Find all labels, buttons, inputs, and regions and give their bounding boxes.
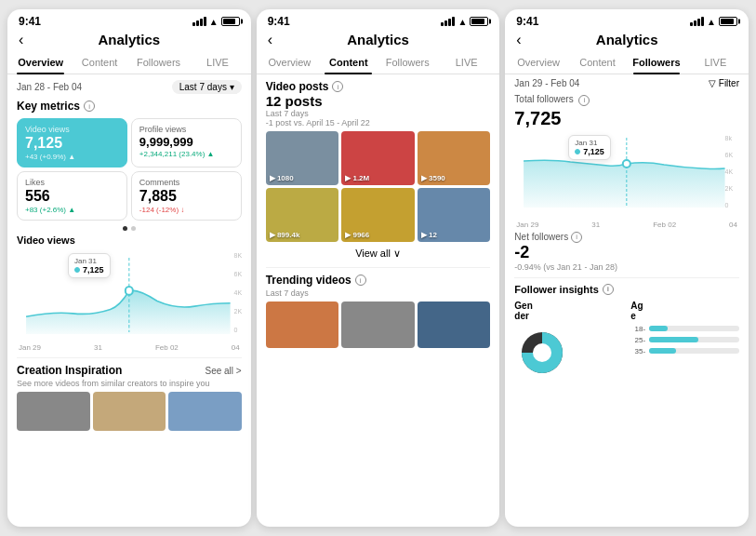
- tab-followers-3[interactable]: Followers: [627, 51, 685, 74]
- net-followers-label: Net followers i: [514, 232, 739, 243]
- see-all-btn[interactable]: See all >: [205, 366, 241, 376]
- video-thumb-2[interactable]: ▶ 1.2M: [341, 131, 415, 185]
- tab-live-3[interactable]: LIVE: [686, 51, 745, 74]
- info-icon-5: i: [571, 232, 582, 243]
- creation-section: Creation Inspiration See all > See more …: [17, 357, 242, 431]
- status-time-1: 9:41: [19, 15, 41, 28]
- header-title-2: Analytics: [347, 32, 409, 47]
- thumb-1: [17, 392, 90, 431]
- svg-text:0: 0: [234, 326, 238, 334]
- trending-subtitle: Last 7 days: [266, 288, 491, 298]
- metric-change-1: +43 (+0.9%) ▲: [25, 153, 119, 161]
- video-thumb-1[interactable]: ▶ 1080: [266, 131, 339, 185]
- age-label-35: 35-: [630, 347, 645, 355]
- metric-value-4: 7,885: [139, 189, 233, 204]
- thumb-2: [93, 392, 166, 431]
- signal-icon-2: [441, 17, 455, 26]
- date-filter-row-1: Jan 28 - Feb 04 Last 7 days ▾: [17, 80, 242, 94]
- back-button-2[interactable]: ‹: [268, 32, 272, 48]
- fx-label-31: 31: [591, 221, 600, 229]
- status-time-2: 9:41: [268, 15, 290, 28]
- view-all-button[interactable]: View all ∨: [266, 248, 491, 260]
- trending-title: Trending videos: [266, 274, 351, 287]
- svg-text:8K: 8K: [234, 251, 242, 260]
- age-label-18: 18-: [630, 325, 645, 333]
- fx-label-jan29: Jan 29: [516, 221, 538, 229]
- video-thumb-6[interactable]: ▶ 12: [418, 188, 491, 242]
- filter-label-3: Filter: [719, 78, 739, 88]
- info-icon-6: i: [603, 284, 614, 295]
- trending-thumb-1[interactable]: [266, 302, 339, 348]
- age-col: Ag e 18- 25-: [630, 301, 739, 381]
- nav-tabs-2: Overview Content Followers LIVE: [257, 51, 500, 74]
- tab-followers-2[interactable]: Followers: [378, 51, 437, 74]
- screen-followers: 9:41 ▲ ‹ Analytics Overview Con: [505, 9, 749, 527]
- video-views-5: ▶ 9966: [345, 231, 369, 239]
- date-range-1: Jan 28 - Feb 04: [17, 82, 82, 92]
- tab-followers-1[interactable]: Followers: [129, 51, 188, 74]
- metric-profile-views: Profile views 9,999,999 +2,344,211 (23.4…: [131, 118, 242, 168]
- filter-button-1[interactable]: Last 7 days ▾: [172, 80, 242, 94]
- follower-insights-section: Follower insights i Gen der: [514, 277, 739, 381]
- svg-text:2K: 2K: [725, 185, 734, 192]
- trending-grid: [266, 302, 491, 348]
- video-thumb-4[interactable]: ▶ 899.4k: [266, 188, 339, 242]
- tooltip-date-1: Jan 31: [74, 257, 104, 265]
- video-posts-header: Video posts i 12 posts Last 7 days -1 po…: [266, 80, 491, 127]
- gender-label: Gen der: [514, 301, 623, 321]
- video-views-6: ▶ 12: [421, 231, 437, 239]
- followers-date-row: Jan 29 - Feb 04 ▽ Filter: [505, 74, 749, 92]
- trending-thumb-2[interactable]: [341, 302, 415, 348]
- followers-tooltip-value: 7,125: [583, 147, 604, 156]
- thumbnails-row: [17, 392, 242, 431]
- trending-thumb-3[interactable]: [418, 302, 491, 348]
- tab-overview-2[interactable]: Overview: [260, 51, 319, 74]
- followers-filter-btn[interactable]: ▽ Filter: [709, 78, 739, 88]
- tab-content-2[interactable]: Content: [319, 51, 378, 74]
- creation-header: Creation Inspiration See all >: [17, 364, 242, 377]
- tab-overview-1[interactable]: Overview: [11, 51, 70, 74]
- chart-section-1: Video views 8K 6K 4K 2K 0: [17, 234, 242, 352]
- wifi-icon-3: ▲: [707, 17, 716, 27]
- video-views-4: ▶ 899.4k: [270, 231, 300, 239]
- chart-label-1: Video views: [17, 234, 242, 246]
- video-thumb-5[interactable]: ▶ 9966: [341, 188, 415, 242]
- posts-count: 12 posts: [266, 93, 491, 109]
- svg-text:6K: 6K: [234, 270, 242, 278]
- dot-2: [131, 226, 136, 231]
- back-button-3[interactable]: ‹: [516, 32, 521, 48]
- status-icons-1: ▲: [192, 17, 240, 27]
- age-label-25: 25-: [630, 336, 645, 344]
- video-grid: ▶ 1080 ▶ 1.2M ▶ 3590 ▶ 899.4k ▶ 9966 ▶ 1…: [266, 131, 491, 242]
- status-time-3: 9:41: [516, 15, 538, 28]
- back-button-1[interactable]: ‹: [19, 32, 23, 48]
- metric-label-1: Video views: [25, 125, 119, 134]
- key-metrics-title: Key metrics: [17, 100, 80, 113]
- insights-header: Follower insights i: [514, 284, 739, 295]
- tab-live-1[interactable]: LIVE: [188, 51, 246, 74]
- tab-content-1[interactable]: Content: [70, 51, 128, 74]
- followers-tooltip-date: Jan 31: [575, 139, 604, 147]
- x-label-04: 04: [232, 343, 240, 352]
- chart-tooltip-3: Jan 31 7,125: [568, 135, 611, 160]
- age-row-1: 18-: [630, 325, 739, 333]
- tab-live-2[interactable]: LIVE: [437, 51, 496, 74]
- age-row-3: 35-: [630, 347, 739, 355]
- total-followers-value: 7,725: [514, 108, 739, 129]
- video-thumb-3[interactable]: ▶ 3590: [418, 131, 491, 185]
- wifi-icon-2: ▲: [458, 17, 467, 27]
- info-icon-1: i: [84, 100, 95, 112]
- gender-pie: [514, 325, 570, 381]
- dot-1: [123, 226, 127, 231]
- tab-overview-3[interactable]: Overview: [509, 51, 567, 74]
- metric-comments: Comments 7,885 -124 (-12%) ↓: [131, 171, 242, 221]
- age-bar-fill-3: [649, 348, 676, 354]
- nav-tabs-3: Overview Content Followers LIVE: [505, 51, 749, 74]
- chart-container-1: 8K 6K 4K 2K 0: [17, 249, 242, 342]
- x-label-feb02: Feb 02: [155, 343, 179, 352]
- tab-content-3[interactable]: Content: [568, 51, 627, 74]
- age-bar-fill-1: [649, 326, 667, 331]
- followers-inner: Total followers i 7,725 8k 6K 4K 2K: [505, 94, 749, 381]
- metric-value-3: 556: [25, 189, 119, 204]
- status-icons-3: ▲: [690, 17, 737, 27]
